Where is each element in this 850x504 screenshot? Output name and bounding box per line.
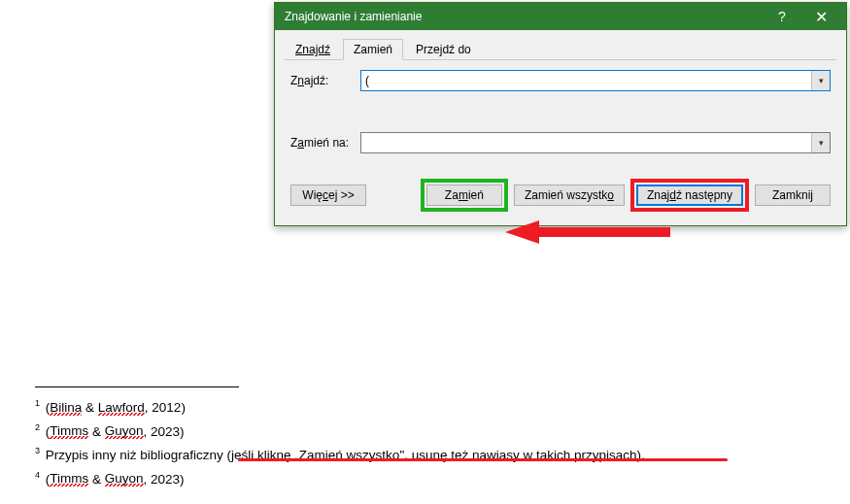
annotation-red-box: Znajdź następny [630,179,749,212]
replace-button[interactable]: Zamień [426,185,502,206]
dialog-title-bar: Znajdowanie i zamienianie ? ✕ [275,3,846,30]
footnote-1: 1 (Bilina & Lawford, 2012) [35,393,812,418]
replace-all-button[interactable]: Zamień wszystko [514,185,625,206]
find-combo[interactable]: ▾ [360,70,831,91]
tab-replace[interactable]: Zamień [343,39,403,60]
close-button[interactable]: ✕ [801,3,840,30]
replace-combo[interactable]: ▾ [360,132,831,153]
footnote-2: 2 (Timms & Guyon, 2023) [35,418,812,442]
find-replace-dialog: Znajdowanie i zamienianie ? ✕ Znajdź Zam… [274,2,847,226]
find-dropdown-icon[interactable]: ▾ [811,71,830,90]
tab-find[interactable]: Znajdź [285,39,341,60]
footnote-3: 3 Przypis inny niż bibliograficzny (jeśl… [35,441,812,465]
dialog-body: Znajdź Zamień Przejdź do Znajdź: ▾ Zamie… [275,30,846,225]
tab-goto[interactable]: Przejdź do [405,39,482,60]
more-button[interactable]: Więcej >> [290,185,366,206]
tab-strip: Znajdź Zamień Przejdź do [285,38,836,60]
find-input[interactable] [361,71,811,90]
close-dialog-button[interactable]: Zamknij [755,185,831,206]
replace-dropdown-icon[interactable]: ▾ [811,133,830,152]
help-button[interactable]: ? [763,3,801,30]
annotation-red-underline [238,458,728,461]
replace-row: Zamień na: ▾ [290,132,831,153]
footnote-area: 1 (Bilina & Lawford, 2012) 2 (Timms & Gu… [35,386,812,488]
footnote-4: 4 (Timms & Guyon, 2023) [35,465,812,489]
replace-label: Zamień na: [290,136,360,150]
find-label: Znajdź: [290,74,360,87]
replace-input[interactable] [361,133,811,152]
footnote-divider [35,386,239,387]
find-next-button[interactable]: Znajdź następny [636,185,743,206]
find-row: Znajdź: ▾ [290,70,831,91]
button-row: Więcej >> Zamień Zamień wszystko Znajdź … [290,179,831,212]
dialog-title: Znajdowanie i zamienianie [285,10,763,23]
annotation-green-box: Zamień [421,179,508,212]
